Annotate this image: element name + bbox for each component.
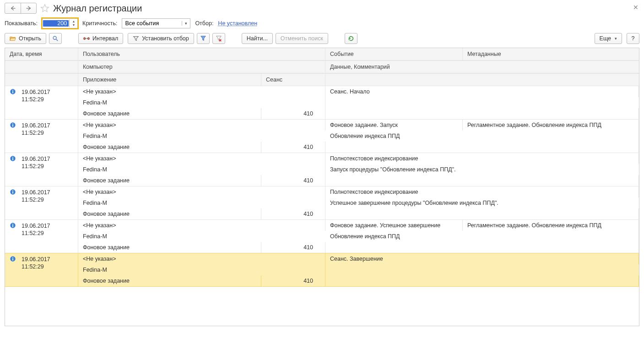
severity-select[interactable]: ▾ [122,18,190,28]
favorite-icon[interactable] [40,4,49,13]
svg-rect-5 [12,91,13,93]
col-session[interactable]: Сеанс [261,73,325,86]
funnel-icon [200,35,206,42]
svg-rect-11 [12,158,13,160]
cancel-find-button[interactable]: Отменить поиск [276,33,328,44]
show-count-input[interactable] [43,20,69,27]
log-row[interactable]: 19.06.2017 11:52:29 <Не указан> Фоновое … [5,120,639,153]
row-session: 410 [261,242,325,253]
col-event[interactable]: Событие [325,48,463,60]
set-filter-button[interactable]: Установить отбор [128,33,194,44]
log-row[interactable]: 19.06.2017 11:52:29 <Не указан> Фоновое … [5,220,639,253]
nav-buttons [5,3,37,14]
folder-open-icon [10,35,16,42]
svg-rect-17 [12,225,13,227]
clear-filter-button[interactable] [212,33,225,44]
row-metadata: Регламентное задание. Обновление индекса… [463,220,639,231]
open-button[interactable]: Открыть [5,33,46,44]
info-icon [10,88,16,96]
find-button[interactable]: Найти... [242,33,273,44]
svg-rect-12 [12,157,13,158]
svg-rect-18 [12,224,13,225]
row-event: Сеанс. Завершение [325,253,639,264]
log-row[interactable]: 19.06.2017 11:52:29 <Не указан> Сеанс. З… [5,253,639,287]
row-computer: Fedina-M [78,231,325,242]
row-date: 19.06.2017 [22,222,50,230]
arrow-left-icon [10,5,16,11]
filter-by-value-button[interactable] [197,33,210,44]
row-data [325,264,639,275]
row-data: Запуск процедуры "Обновление индекса ППД… [325,164,639,175]
severity-dropdown-button[interactable]: ▾ [182,21,190,26]
row-date: 19.06.2017 [22,155,50,163]
refresh-button[interactable] [345,33,357,44]
row-application: Фоновое задание [78,208,261,219]
row-computer: Fedina-M [78,197,325,208]
show-count-spinner[interactable]: ▴▾ [69,20,77,27]
more-button-label: Еще [600,35,611,42]
log-row[interactable]: 19.06.2017 11:52:29 <Не указан> Полнотек… [5,186,639,220]
row-date: 19.06.2017 [22,122,50,129]
col-computer[interactable]: Компьютер [78,60,325,73]
row-time: 11:52:29 [22,163,50,170]
info-icon [10,189,16,197]
nav-back-button[interactable] [5,3,21,13]
nav-forward-button[interactable] [21,3,36,13]
help-button-label: ? [632,35,635,42]
event-log-scroll[interactable]: Дата, время Пользователь Событие Метадан… [5,48,639,326]
row-time: 11:52:29 [22,230,50,237]
open-button-label: Открыть [19,35,41,42]
row-computer: Fedina-M [78,97,325,108]
help-button[interactable]: ? [627,33,639,44]
row-event: Фоновое задание. Запуск [325,120,463,131]
view-button[interactable] [49,33,62,44]
event-log-grid: Дата, время Пользователь Событие Метадан… [5,48,639,326]
row-application: Фоновое задание [78,108,261,119]
row-data: Обновление индекса ППД [325,131,639,142]
svg-rect-14 [12,192,13,193]
row-application: Фоновое задание [78,175,261,186]
svg-rect-9 [12,124,13,125]
arrow-right-icon [26,5,32,11]
row-user: <Не указан> [78,253,325,264]
row-event: Полнотекстовое индексирование [325,186,639,197]
row-user: <Не указан> [78,153,325,164]
filter-set-icon [133,35,139,42]
selection-link[interactable]: Не установлен [218,20,257,27]
log-row[interactable]: 19.06.2017 11:52:29 <Не указан> Полнотек… [5,153,639,186]
severity-label: Критичность: [82,20,117,27]
row-event: Полнотекстовое индексирование [325,153,639,164]
col-user[interactable]: Пользователь [78,48,325,60]
svg-rect-6 [12,90,13,91]
row-event: Сеанс. Начало [325,86,639,97]
log-row[interactable]: 19.06.2017 11:52:29 <Не указан> Сеанс. Н… [5,86,639,120]
set-filter-button-label: Установить отбор [142,35,189,42]
col-application[interactable]: Приложение [78,73,261,86]
col-metadata[interactable]: Метаданные [463,48,639,60]
row-time: 11:52:29 [22,129,50,137]
magnifier-icon [52,35,59,42]
row-application: Фоновое задание [78,142,261,153]
show-count-field[interactable]: ▴▾ [42,18,78,28]
row-user: <Не указан> [78,120,325,131]
close-button[interactable]: ✕ [633,4,639,11]
more-button[interactable]: Еще ▾ [595,33,622,44]
selection-label: Отбор: [195,20,213,27]
row-data: Успешное завершение процедуры "Обновлени… [325,197,639,208]
row-user: <Не указан> [78,220,325,231]
info-icon [10,155,16,163]
row-computer: Fedina-M [78,131,325,142]
interval-button[interactable]: Интервал [78,33,123,44]
row-session: 410 [261,175,325,186]
severity-input[interactable] [122,20,182,27]
col-data-comment[interactable]: Данные, Комментарий [325,60,639,73]
cancel-find-label: Отменить поиск [281,35,323,42]
row-session: 410 [261,275,325,286]
col-datetime[interactable]: Дата, время [5,48,78,60]
row-computer: Fedina-M [78,164,325,175]
row-time: 11:52:29 [22,263,50,270]
show-label: Показывать: [5,20,38,27]
row-date: 19.06.2017 [22,88,50,96]
row-date: 19.06.2017 [22,256,50,263]
chevron-down-icon: ▾ [615,36,617,41]
